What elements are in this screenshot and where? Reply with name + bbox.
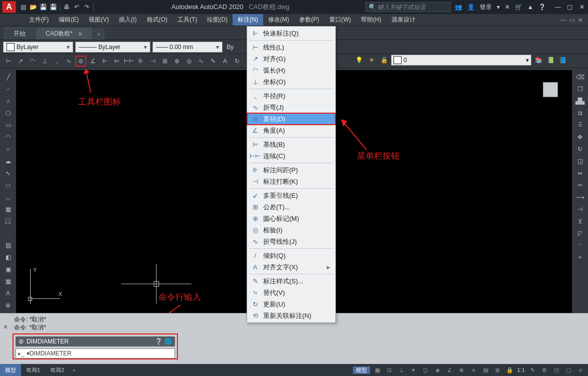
login-link[interactable]: 登录 [480,3,492,12]
sb-osnap-icon[interactable]: ◻ [421,365,430,374]
ellipse-icon[interactable]: ⬭ [3,180,14,190]
pline-icon[interactable]: ⑃ [3,96,14,106]
app-logo[interactable]: A [2,1,16,13]
layer-dropdown[interactable]: 0▾ [391,55,531,66]
region-icon[interactable]: ▣ [3,264,14,274]
menu-format[interactable]: 格式(O) [142,14,172,26]
menu-item-ins[interactable]: ◎检验(I) [247,224,335,236]
sb-dyn-icon[interactable]: ⊕ [457,365,466,374]
menu-help[interactable]: 帮助(H) [356,14,386,26]
menu-item-arc[interactable]: ◠弧长(H) [247,65,335,76]
qat-new-icon[interactable]: ▤ [19,3,28,12]
sb-otrack-icon[interactable]: ∠ [445,365,454,374]
rectangle-icon[interactable]: ▭ [3,120,14,130]
maximize-button[interactable]: ▢ [566,3,574,11]
user-dropdown-icon[interactable]: ▾ [497,4,500,11]
dim-baseline-icon[interactable]: ⊨ [111,56,122,67]
sb-lwt-icon[interactable]: ≡ [469,365,478,374]
menu-item-lin[interactable]: ⊢线性(L) [247,42,335,53]
sb-polar-icon[interactable]: ✶ [409,365,418,374]
sb-ws-icon[interactable]: ◳ [552,365,561,374]
dim-ordinate-icon[interactable]: ⊥ [39,56,50,67]
menu-draw[interactable]: 绘图(D) [202,14,233,26]
cmdline-close-icon[interactable]: ✕ [3,323,8,330]
dim-joglin-icon[interactable]: ∿ [195,56,207,67]
doc-tab-start[interactable]: 开始 [4,28,35,40]
dim-tolerance-icon[interactable]: ⊞ [159,56,170,67]
revcloud-icon[interactable]: ☁ [3,156,14,166]
menu-edit[interactable]: 编辑(E) [54,14,84,26]
menu-view[interactable]: 视图(V) [84,14,114,26]
menu-file[interactable]: 文件(F) [24,14,54,26]
help-small-icon[interactable]: ❔ [155,338,162,345]
layer-state-icon[interactable]: 📗 [545,55,556,66]
layer-bulb-icon[interactable]: 💡 [353,55,364,66]
menu-item-tol[interactable]: ⊞公差(T)... [247,201,335,213]
cart-icon[interactable]: 🛒 [515,4,522,11]
doc-restore-icon[interactable]: ▭ [569,17,575,24]
menu-insert[interactable]: 插入(I) [114,14,141,26]
menu-item-mle[interactable]: ↙多重引线(E) [247,190,335,201]
menu-item-ali[interactable]: ↗对齐(G) [247,53,335,65]
arc-icon[interactable]: ◠ [3,132,14,142]
menu-item-ang[interactable]: ∠角度(A) [247,125,335,136]
polygon-icon[interactable]: ⬠ [3,108,14,118]
layout-tab-1[interactable]: 布局1 [21,364,45,376]
linetype-dropdown[interactable]: ——— ByLayer▾ [75,42,150,53]
dim-space-icon[interactable]: ⊪ [135,56,146,67]
doc-tab-cad[interactable]: CAD教程*✕ [36,28,92,40]
menu-modify[interactable]: 修改(M) [263,14,294,26]
menu-item-dia[interactable]: ⊘直径(D) [247,113,335,125]
join-icon[interactable]: ⊻ [574,216,585,226]
command-suggestion[interactable]: ⊘ DIMDIAMETER ❔🌐 [16,336,175,346]
dim-tedit-icon[interactable]: A [220,56,231,67]
layer-lock-icon[interactable]: 🔒 [378,55,389,66]
scale-icon[interactable]: ◲ [574,156,585,166]
menu-item-cen[interactable]: ⊕圆心标记(M) [247,213,335,224]
spline-icon[interactable]: ∿ [3,168,14,178]
qat-save-icon[interactable]: 💾 [39,3,48,12]
dim-continue-icon[interactable]: ⊢⊢ [123,56,134,67]
qat-saveas-icon[interactable]: 💾 [49,3,58,12]
doc-min-icon[interactable]: — [560,17,566,24]
lineweight-dropdown[interactable]: —— 0.00 mm▾ [152,42,223,53]
insert-icon[interactable]: ▦ [3,204,14,214]
xline-icon[interactable]: ⟋ [3,84,14,94]
menu-item-atx[interactable]: A对齐文字(X)▸ [247,261,335,273]
break-icon[interactable]: ⊣ [574,204,585,214]
menu-parametric[interactable]: 参数(P) [294,14,324,26]
offset-icon[interactable]: ⧉ [574,108,585,118]
menu-item-con[interactable]: ⊢⊢连续(C) [247,150,335,162]
close-button[interactable]: ✕ [578,3,586,11]
layer-prop-icon[interactable]: 📚 [533,55,544,66]
table-icon[interactable]: ▦ [3,276,14,286]
qat-plot-icon[interactable]: 🖶 [62,3,71,12]
qat-redo-icon[interactable]: ↷ [82,3,91,12]
dim-quick-icon[interactable]: ⊩ [99,56,110,67]
doc-close-icon[interactable]: ✕ [578,17,583,24]
layout-tab-model[interactable]: 模型 [0,364,21,376]
sb-3dosnap-icon[interactable]: ◈ [433,365,442,374]
sb-snap-icon[interactable]: ⊡ [385,365,394,374]
dim-break-icon[interactable]: ⊣ [147,56,158,67]
tab-close-icon[interactable]: ✕ [78,31,83,38]
menu-window[interactable]: 窗口(W) [324,14,356,26]
help-icon[interactable]: ❔ [538,4,546,11]
menu-item-rad[interactable]: ◟半径(R) [247,90,335,102]
menu-item-spc[interactable]: ⊪标注间距(P) [247,164,335,176]
exchange-icon[interactable]: ✕ [505,4,510,11]
fillet-icon[interactable]: ◜ [574,240,585,250]
menu-item-jog[interactable]: ∿折弯(J) [247,102,335,113]
copy-icon[interactable]: ❐ [574,84,585,94]
stretch-icon[interactable]: ⇔ [574,168,585,178]
color-dropdown[interactable]: ByLayer▾ [3,42,73,53]
viewcube[interactable] [537,76,564,103]
user-icon[interactable]: 👤 [467,4,475,11]
hatch-icon[interactable]: ▨ [3,240,14,250]
dim-aligned-icon[interactable]: ↗ [15,56,26,67]
help-search-input[interactable]: 🔍键入关键字或短语 [365,2,451,12]
mtext-icon[interactable]: A [3,288,14,298]
menu-sourceplan[interactable]: 源泉设计 [386,14,421,26]
erase-icon[interactable]: ⌫ [574,72,585,82]
dim-radius-icon[interactable]: ◟ [51,56,62,67]
